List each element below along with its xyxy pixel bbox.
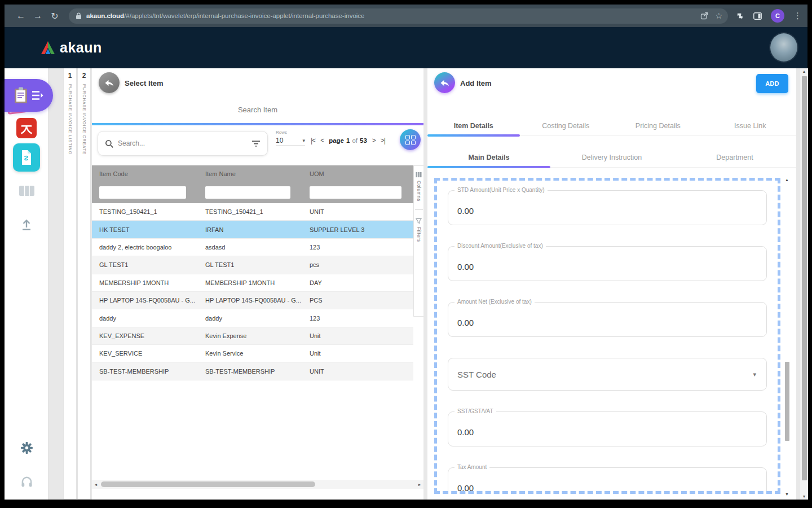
search-item-heading: Search Item xyxy=(92,106,423,114)
sidebar-item-purchase-invoice-applet[interactable] xyxy=(5,79,53,112)
scroll-up-icon[interactable]: ▲ xyxy=(800,69,808,73)
field-value: 0.00 xyxy=(448,468,766,493)
sst-code-select[interactable]: SST Code▾ xyxy=(448,358,767,391)
table-cell: UNIT xyxy=(302,208,413,215)
form-field[interactable]: STD Amount(Unit Price x Quantity)0.00 xyxy=(448,190,767,225)
scrollbar-thumb[interactable] xyxy=(101,481,315,487)
field-label: Tax Amount xyxy=(454,464,489,470)
table-row[interactable]: HP LAPTOP 14S-FQ0058AU - G...HP LAPTOP 1… xyxy=(92,292,413,309)
scroll-right-icon[interactable]: ► xyxy=(416,483,423,487)
form-field[interactable]: Discount Amount(Exclusive of tax)0.00 xyxy=(448,246,767,281)
table-row[interactable]: daddydaddy123 xyxy=(92,309,413,327)
table-row[interactable]: HK TESETIRFANSUPPLER LEVEL 3 xyxy=(92,221,413,238)
table-row[interactable]: MEMBERSHIP 1MONTHMEMBERSHIP 1MONTHDAY xyxy=(92,274,413,292)
column-header-item-name[interactable]: Item Name xyxy=(198,170,302,177)
workspace-tab-purchase-invoice-create[interactable]: 2 PURCHASE INVOICE CREATE xyxy=(77,68,91,500)
select-item-back-button[interactable] xyxy=(99,72,120,93)
scrollbar-thumb[interactable] xyxy=(785,362,789,441)
table-row[interactable]: TESTING_150421_1TESTING_150421_1UNIT xyxy=(92,203,413,221)
table-row[interactable]: daddy 2, electric boogalooasdasd123 xyxy=(92,239,413,256)
table-cell: Kevin Expense xyxy=(198,332,302,339)
subtab-main-details[interactable]: Main Details xyxy=(427,147,550,167)
table-row[interactable]: GL TEST1GL TEST1pcs xyxy=(92,256,413,274)
scroll-down-icon[interactable]: ▼ xyxy=(785,492,789,496)
rows-per-page-select[interactable]: 10 ▾ xyxy=(276,135,305,146)
table-row[interactable]: KEV_SERVICEKevin ServiceUnit xyxy=(92,345,413,362)
scroll-down-icon[interactable]: ▼ xyxy=(800,494,808,498)
table-cell: TESTING_150421_1 xyxy=(92,208,198,215)
columns-tool-button[interactable]: Columns xyxy=(416,166,422,207)
table-cell: KEV_SERVICE xyxy=(92,350,198,357)
search-input[interactable] xyxy=(118,139,251,147)
table-cell: SUPPLER LEVEL 3 xyxy=(302,226,413,233)
column-filter-input[interactable] xyxy=(310,186,401,199)
column-header-item-code[interactable]: Item Code xyxy=(92,170,198,177)
sidebar-item-red-applet[interactable] xyxy=(5,118,48,138)
main-detail-subtabs: Main Details Delivery Instruction Depart… xyxy=(427,147,796,168)
chevron-down-icon: ▾ xyxy=(753,371,756,378)
side-panel-icon[interactable] xyxy=(753,12,762,20)
lock-icon xyxy=(76,12,82,20)
grid-view-button[interactable] xyxy=(400,129,421,150)
browser-menu-icon[interactable]: ⋮ xyxy=(793,11,802,21)
filter-lines-icon[interactable] xyxy=(251,140,261,147)
browser-reload-icon[interactable]: ↻ xyxy=(46,11,63,21)
table-cell: daddy xyxy=(198,315,302,322)
form-field[interactable]: SST/GST/VAT0.00 xyxy=(448,411,767,446)
table-cell: UNIT xyxy=(302,368,413,375)
columns-icon xyxy=(416,172,422,178)
table-cell: Kevin Service xyxy=(198,350,302,357)
table-row[interactable]: SB-TEST-MEMBERSHIPSB-TEST-MEMBERSHIPUNIT xyxy=(92,363,413,380)
column-header-uom[interactable]: UOM xyxy=(302,170,413,177)
add-item-back-button[interactable] xyxy=(434,72,455,93)
item-table-body: TESTING_150421_1TESTING_150421_1UNITHK T… xyxy=(92,203,413,380)
browser-forward-icon[interactable]: → xyxy=(29,11,46,21)
table-cell: 123 xyxy=(302,244,413,251)
tab-label: PURCHASE INVOICE LISTING xyxy=(68,84,73,225)
screen-frame: ← → ↻ akaun.cloud/#/applets/tnt/wavelet/… xyxy=(0,0,812,508)
upload-icon xyxy=(20,218,33,231)
form-field[interactable]: Tax Amount0.00 xyxy=(448,467,767,494)
brand-logo[interactable]: akaun xyxy=(39,40,102,56)
tab-costing-details[interactable]: Costing Details xyxy=(520,116,612,135)
first-page-button[interactable]: |< xyxy=(311,137,315,144)
share-icon[interactable] xyxy=(700,12,708,20)
extensions-icon[interactable] xyxy=(736,12,744,20)
browser-back-icon[interactable]: ← xyxy=(12,11,29,21)
tab-item-details[interactable]: Item Details xyxy=(427,116,520,135)
sidebar-item-table-view[interactable] xyxy=(5,186,48,196)
horizontal-scrollbar[interactable]: ◄ ► xyxy=(92,480,423,489)
column-filter-input[interactable] xyxy=(205,186,290,199)
user-avatar[interactable] xyxy=(770,33,797,62)
bookmark-star-icon[interactable]: ☆ xyxy=(715,11,722,20)
table-cell: pcs xyxy=(302,261,413,268)
field-label: Amount Net (Exclusive of tax) xyxy=(454,299,535,305)
page-scrollbar[interactable]: ▲ ▼ xyxy=(800,68,808,500)
prev-page-button[interactable]: < xyxy=(320,137,324,144)
add-button[interactable]: ADD xyxy=(756,74,788,93)
browser-profile-avatar[interactable]: C xyxy=(771,9,784,23)
form-field[interactable]: Amount Net (Exclusive of tax)0.00 xyxy=(448,302,767,337)
subtab-department[interactable]: Department xyxy=(673,147,796,167)
next-page-button[interactable]: > xyxy=(372,137,376,144)
table-cell: IRFAN xyxy=(198,226,302,233)
settings-button[interactable] xyxy=(5,441,48,455)
table-row[interactable]: KEV_EXPENSEKevin ExpenseUnit xyxy=(92,327,413,345)
scroll-up-icon[interactable]: ▲ xyxy=(785,178,789,182)
workspace-tab-purchase-invoice-listing[interactable]: 1 PURCHASE INVOICE LISTING xyxy=(63,68,77,500)
support-button[interactable] xyxy=(5,476,48,488)
sidebar-item-upload[interactable] xyxy=(5,218,48,231)
form-scrollbar[interactable]: ▲ ▼ xyxy=(784,178,791,496)
filters-tool-button[interactable]: Filters xyxy=(416,212,422,248)
subtab-delivery-instruction[interactable]: Delivery Instruction xyxy=(550,147,673,167)
table-cell: TESTING_150421_1 xyxy=(198,208,302,215)
last-page-button[interactable]: >| xyxy=(381,137,385,144)
sidebar-item-document-applet[interactable] xyxy=(5,143,48,172)
column-filter-input[interactable] xyxy=(99,186,186,199)
scrollbar-thumb[interactable] xyxy=(802,76,807,480)
tab-issue-link[interactable]: Issue Link xyxy=(704,116,797,135)
tab-pricing-details[interactable]: Pricing Details xyxy=(612,116,704,135)
address-bar[interactable]: akaun.cloud/#/applets/tnt/wavelet/erp/in… xyxy=(69,8,728,24)
back-arrow-icon xyxy=(104,78,114,87)
scroll-left-icon[interactable]: ◄ xyxy=(92,483,100,487)
